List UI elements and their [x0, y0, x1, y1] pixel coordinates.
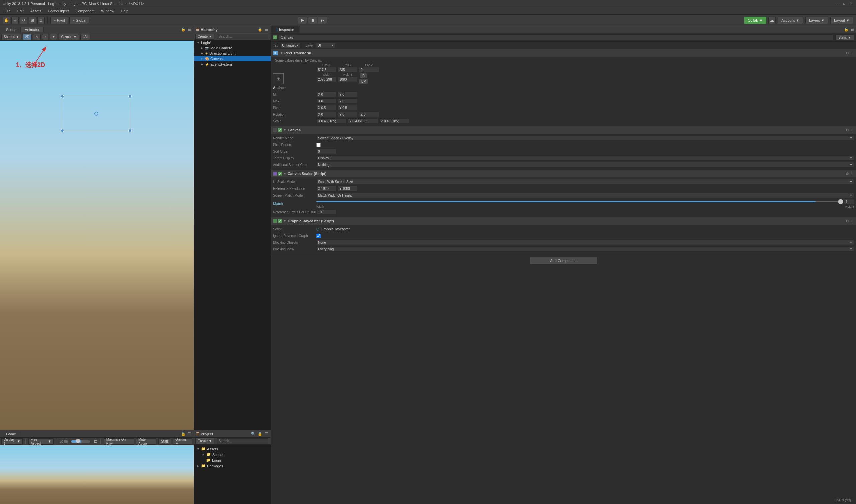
tool-rect[interactable]: ⊠ — [37, 17, 45, 24]
hierarchy-item-canvas[interactable]: ► 🎨 Canvas — [194, 56, 270, 61]
render-mode-dropdown[interactable]: Screen Space - Overlay ▼ — [316, 136, 854, 141]
max-x-input[interactable] — [316, 98, 336, 104]
hierarchy-lock-btn[interactable]: 🔒 — [257, 28, 263, 32]
play-btn[interactable]: ▶ — [298, 17, 307, 24]
raycaster-more-btn[interactable]: ⋮ — [850, 219, 854, 223]
add-component-btn[interactable]: Add Component — [530, 257, 597, 264]
rect-transform-settings[interactable]: ⚙ — [845, 51, 849, 55]
blocking-mask-dropdown[interactable]: Everything ▼ — [316, 246, 854, 252]
rot-x-input[interactable] — [316, 112, 336, 117]
static-btn[interactable]: Static ▼ — [835, 34, 854, 40]
pos-y-input[interactable] — [338, 67, 358, 72]
handle-tl[interactable] — [60, 94, 64, 98]
tool-scale[interactable]: ⊞ — [29, 17, 36, 24]
ui-scale-mode-dropdown[interactable]: Scale With Screen Size ▼ — [316, 179, 854, 184]
layers-btn[interactable]: Layers ▼ — [805, 17, 828, 24]
stats-btn[interactable]: Stats — [159, 438, 171, 445]
project-create-btn[interactable]: Create ▼ — [195, 438, 214, 444]
max-y-input[interactable] — [338, 98, 358, 104]
pause-btn[interactable]: ⏸ — [308, 17, 317, 24]
wh-r-btn[interactable]: R — [360, 73, 367, 78]
sort-order-input[interactable] — [316, 149, 336, 154]
pivot-y-input[interactable] — [338, 105, 358, 110]
raycaster-checkbox[interactable]: ✓ — [278, 219, 282, 223]
project-login[interactable]: 📁 Login — [194, 457, 270, 463]
handle-tr[interactable] — [128, 94, 132, 98]
project-packages[interactable]: ► 📁 Packages — [194, 463, 270, 469]
canvas-scaler-more-btn[interactable]: ⋮ — [850, 172, 854, 176]
inspector-menu-btn[interactable]: ☰ — [850, 28, 855, 32]
scale-y-input[interactable] — [348, 118, 378, 124]
scene-viewport[interactable]: 1、选择2D — [0, 41, 194, 430]
account-btn[interactable]: Account ▼ — [778, 17, 803, 24]
object-active-checkbox[interactable]: ✓ — [273, 35, 277, 39]
tag-dropdown[interactable]: Untagged ▼ — [280, 43, 301, 48]
project-search-input[interactable] — [217, 438, 268, 444]
hierarchy-item-maincamera[interactable]: ► 📷 Main Camera — [194, 46, 270, 51]
menu-window[interactable]: Window — [98, 8, 117, 14]
collab-btn[interactable]: Collab ▼ — [744, 17, 766, 24]
tool-rotate[interactable]: ↺ — [20, 17, 28, 24]
scene-tab-scene[interactable]: Scene — [2, 27, 21, 32]
inspector-tab[interactable]: ℹ Inspector — [271, 26, 300, 33]
hierarchy-menu-btn[interactable]: ☰ — [264, 28, 268, 32]
rect-transform-more[interactable]: ⋮ — [850, 51, 854, 55]
menu-component[interactable]: Component — [73, 8, 97, 14]
scene-tab-animator[interactable]: Animator — [21, 27, 44, 32]
canvas-settings-btn[interactable]: ⚙ — [845, 128, 849, 132]
minimize-btn[interactable]: — — [835, 1, 840, 6]
game-tab[interactable]: Game — [2, 431, 20, 437]
display-dropdown[interactable]: Display 1 ▼ — [1, 438, 23, 445]
project-search-btn[interactable]: 🔍 — [250, 432, 256, 436]
rect-transform-header[interactable]: ⊞ ▼ Rect Transform ⚙ ⋮ — [271, 50, 856, 57]
match-slider-thumb[interactable] — [838, 199, 843, 204]
layer-dropdown[interactable]: UI ▼ — [316, 43, 336, 48]
pivot-x-input[interactable] — [316, 105, 336, 110]
canvas-checkbox[interactable]: ✓ — [278, 128, 282, 132]
menu-edit[interactable]: Edit — [15, 8, 26, 14]
maximize-play-btn[interactable]: Maximize On Play — [104, 438, 134, 445]
tool-move[interactable]: ✛ — [11, 17, 19, 24]
blocking-objects-dropdown[interactable]: None ▼ — [316, 240, 854, 245]
screen-match-dropdown[interactable]: Match Width Or Height ▼ — [316, 193, 854, 198]
step-btn[interactable]: ⏭ — [318, 17, 327, 24]
canvas-section-header[interactable]: ✓ ▼ Canvas ⚙ ⋮ — [271, 126, 856, 134]
tool-hand[interactable]: ✋ — [3, 17, 10, 24]
wh-bp-btn[interactable]: BP — [359, 78, 368, 84]
scene-audio-btn[interactable]: ♪ — [42, 34, 49, 40]
close-btn[interactable]: ✕ — [849, 1, 853, 6]
scene-lighting-btn[interactable]: ☀ — [33, 34, 41, 40]
canvas-scaler-checkbox[interactable]: ✓ — [278, 172, 282, 176]
match-slider[interactable] — [316, 201, 842, 202]
pos-z-input[interactable] — [359, 67, 379, 72]
ref-res-y-input[interactable] — [338, 186, 358, 191]
match-value-input[interactable] — [844, 199, 854, 204]
scene-lock-btn[interactable]: 🔒 — [180, 28, 186, 32]
gizmos-dropdown[interactable]: Gizmos ▼ — [58, 34, 79, 40]
min-x-input[interactable] — [316, 92, 336, 97]
aspect-dropdown[interactable]: Free Aspect ▼ — [29, 438, 54, 445]
hierarchy-create-btn[interactable]: Create ▼ — [195, 34, 214, 40]
menu-assets[interactable]: Assets — [28, 8, 44, 14]
scene-fx-btn[interactable]: ✦ — [50, 34, 57, 40]
ref-res-x-input[interactable] — [316, 186, 336, 191]
pos-x-input[interactable] — [316, 67, 336, 72]
2d-btn[interactable]: 2D — [23, 34, 32, 40]
scene-menu-btn[interactable]: ☰ — [187, 28, 192, 32]
rot-y-input[interactable] — [338, 112, 358, 117]
game-lock-btn[interactable]: 🔒 — [180, 432, 186, 436]
scale-z-input[interactable] — [379, 118, 409, 124]
rot-z-input[interactable] — [359, 112, 379, 117]
game-gizmos-btn[interactable]: Gizmos ▼ — [173, 438, 192, 445]
cloud-btn[interactable]: ☁ — [768, 17, 776, 24]
maximize-btn[interactable]: □ — [842, 1, 846, 6]
project-lock-btn[interactable]: 🔒 — [257, 432, 263, 436]
pixel-perfect-checkbox[interactable] — [316, 143, 321, 147]
hierarchy-search-input[interactable] — [217, 34, 268, 39]
search-all-btn[interactable]: #All — [80, 34, 91, 40]
raycaster-settings-btn[interactable]: ⚙ — [845, 219, 849, 223]
global-btn[interactable]: ● Global — [69, 17, 89, 24]
ref-pixels-input[interactable] — [316, 209, 336, 215]
handle-br[interactable] — [128, 129, 132, 132]
project-scenes[interactable]: ► 📁 Scenes — [194, 451, 270, 457]
